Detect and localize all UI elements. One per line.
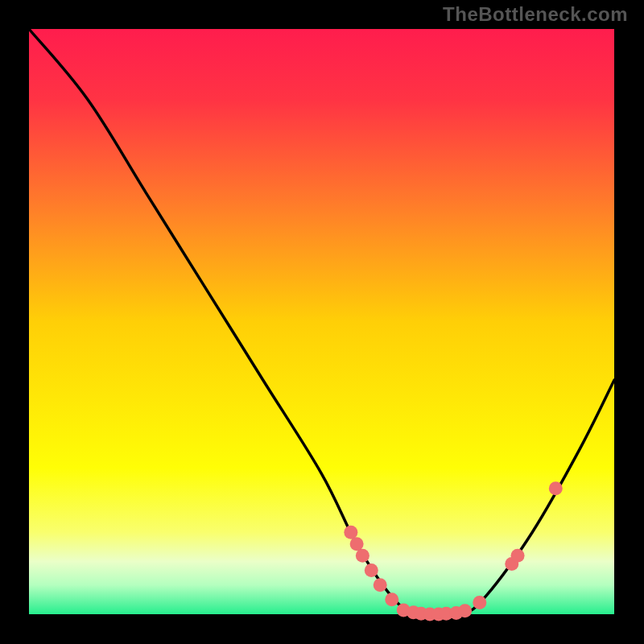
data-point	[549, 481, 563, 495]
data-point	[356, 549, 369, 563]
data-point	[511, 549, 525, 563]
data-point	[350, 537, 364, 551]
data-point	[365, 564, 378, 577]
chart-container: TheBottleneck.com	[0, 0, 644, 644]
chart-gradient-bg	[29, 29, 614, 614]
data-point	[473, 596, 486, 609]
chart-svg	[0, 0, 644, 644]
data-point	[385, 592, 398, 606]
data-point	[344, 526, 357, 539]
data-point	[458, 604, 472, 617]
data-point	[374, 578, 387, 592]
